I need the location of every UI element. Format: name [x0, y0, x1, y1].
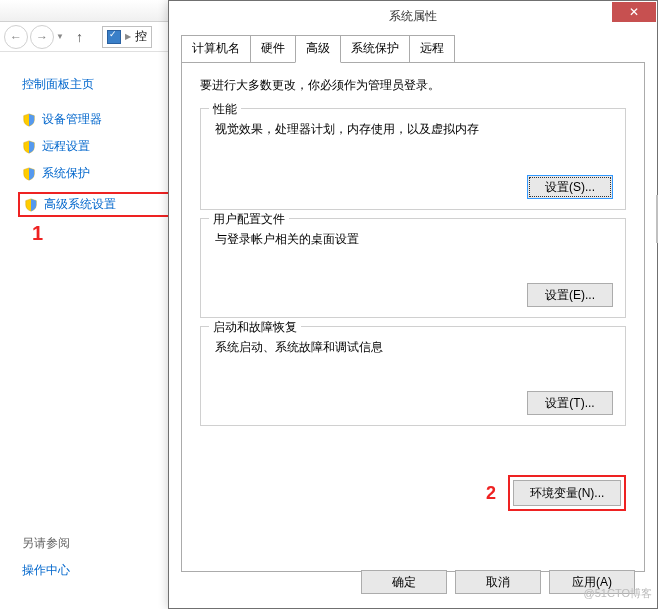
environment-variables-button[interactable]: 环境变量(N)...	[513, 480, 621, 506]
admin-notice: 要进行大多数更改，你必须作为管理员登录。	[200, 77, 626, 94]
sidebar-title[interactable]: 控制面板主页	[22, 76, 170, 93]
system-properties-dialog: 系统属性 ✕ 计算机名 硬件 高级 系统保护 远程 要进行大多数更改，你必须作为…	[168, 0, 658, 609]
highlight-box-2: 环境变量(N)...	[508, 475, 626, 511]
fieldset-desc: 与登录帐户相关的桌面设置	[215, 231, 611, 248]
dialog-titlebar[interactable]: 系统属性 ✕	[169, 1, 657, 31]
nav-forward-button[interactable]: →	[30, 25, 54, 49]
see-also-section: 另请参阅 操作中心	[22, 535, 70, 587]
annotation-1: 1	[32, 222, 43, 245]
sidebar-item-advanced-settings[interactable]: 高级系统设置	[18, 192, 170, 217]
sidebar-item-label: 高级系统设置	[44, 196, 116, 213]
cancel-button[interactable]: 取消	[455, 570, 541, 594]
see-also-title: 另请参阅	[22, 535, 70, 552]
breadcrumb-separator-icon: ▶	[125, 32, 131, 41]
nav-up-button[interactable]: ↑	[76, 29, 96, 45]
fieldset-desc: 系统启动、系统故障和调试信息	[215, 339, 611, 356]
shield-icon	[22, 167, 36, 181]
dialog-title: 系统属性	[169, 8, 657, 25]
env-var-row: 2 环境变量(N)...	[486, 475, 626, 511]
fieldset-desc: 视觉效果，处理器计划，内存使用，以及虚拟内存	[215, 121, 611, 138]
fieldset-legend: 启动和故障恢复	[209, 319, 301, 336]
tab-computer-name[interactable]: 计算机名	[181, 35, 251, 62]
fieldset-performance: 性能 视觉效果，处理器计划，内存使用，以及虚拟内存 设置(S)...	[200, 108, 626, 210]
profiles-settings-button[interactable]: 设置(E)...	[527, 283, 613, 307]
shield-icon	[22, 140, 36, 154]
close-button[interactable]: ✕	[612, 2, 656, 22]
annotation-2: 2	[486, 483, 496, 504]
sidebar-item-label: 系统保护	[42, 165, 90, 182]
fieldset-startup-recovery: 启动和故障恢复 系统启动、系统故障和调试信息 设置(T)...	[200, 326, 626, 426]
performance-settings-button[interactable]: 设置(S)...	[527, 175, 613, 199]
tab-content-advanced: 要进行大多数更改，你必须作为管理员登录。 性能 视觉效果，处理器计划，内存使用，…	[181, 62, 645, 572]
fieldset-user-profiles: 用户配置文件 与登录帐户相关的桌面设置 设置(E)...	[200, 218, 626, 318]
fieldset-legend: 用户配置文件	[209, 211, 289, 228]
sidebar-item-label: 设备管理器	[42, 111, 102, 128]
nav-back-button[interactable]: ←	[4, 25, 28, 49]
fieldset-legend: 性能	[209, 101, 241, 118]
sidebar: 控制面板主页 设备管理器 远程设置 系统保护 高级系统设置	[0, 52, 170, 227]
sidebar-item-label: 远程设置	[42, 138, 90, 155]
startup-settings-button[interactable]: 设置(T)...	[527, 391, 613, 415]
tab-advanced[interactable]: 高级	[295, 35, 341, 63]
tab-remote[interactable]: 远程	[409, 35, 455, 62]
watermark: @51CTO博客	[584, 586, 652, 601]
ok-button[interactable]: 确定	[361, 570, 447, 594]
see-also-item-action-center[interactable]: 操作中心	[22, 562, 70, 579]
tab-hardware[interactable]: 硬件	[250, 35, 296, 62]
control-panel-icon	[107, 30, 121, 44]
shield-icon	[24, 198, 38, 212]
address-bar[interactable]: ▶ 控	[102, 26, 152, 48]
sidebar-item-remote-settings[interactable]: 远程设置	[22, 138, 170, 155]
shield-icon	[22, 113, 36, 127]
sidebar-item-system-protection[interactable]: 系统保护	[22, 165, 170, 182]
address-text: 控	[135, 28, 147, 45]
nav-history-dropdown[interactable]: ▼	[56, 32, 64, 41]
dialog-tabs: 计算机名 硬件 高级 系统保护 远程	[181, 35, 645, 62]
close-icon: ✕	[629, 5, 639, 19]
tab-system-protection[interactable]: 系统保护	[340, 35, 410, 62]
sidebar-item-device-manager[interactable]: 设备管理器	[22, 111, 170, 128]
